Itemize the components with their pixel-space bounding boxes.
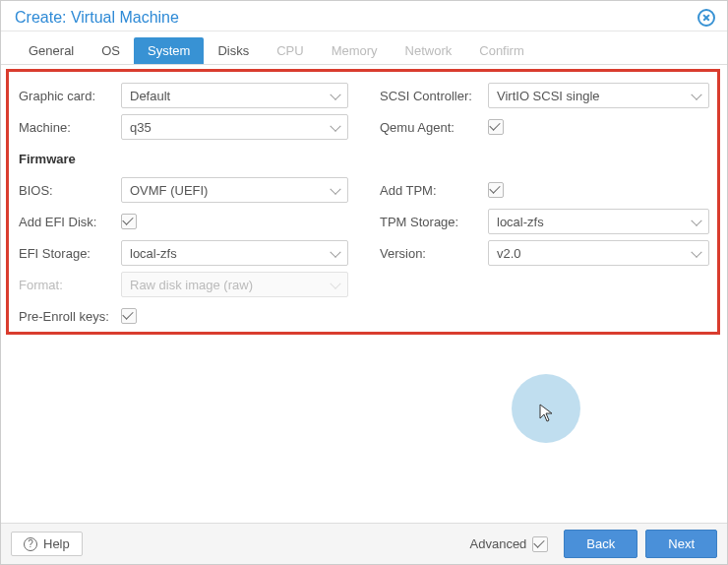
- label-qemu-agent: Qemu Agent:: [380, 120, 488, 135]
- chevron-down-icon: [691, 216, 701, 226]
- label-format: Format:: [19, 278, 121, 292]
- back-button[interactable]: Back: [564, 530, 637, 558]
- combo-machine[interactable]: q35: [121, 114, 348, 140]
- chevron-down-icon: [330, 90, 340, 100]
- left-column: Graphic card: Default Machine: q35 Firmw…: [19, 81, 348, 333]
- help-button[interactable]: ? Help: [11, 532, 83, 556]
- combo-value: OVMF (UEFI): [130, 183, 208, 198]
- chevron-down-icon: [691, 90, 701, 100]
- label-add-efi: Add EFI Disk:: [19, 215, 121, 229]
- chevron-down-icon: [330, 184, 340, 195]
- dialog-title: Create: Virtual Machine: [15, 9, 179, 27]
- combo-efi-storage[interactable]: local-zfs: [121, 240, 348, 266]
- tab-os[interactable]: OS: [88, 37, 134, 64]
- next-button[interactable]: Next: [645, 530, 717, 558]
- combo-format: Raw disk image (raw): [121, 272, 348, 297]
- advanced-label: Advanced: [470, 536, 527, 551]
- label-tpm-version: Version:: [380, 246, 488, 261]
- header-firmware: Firmware: [19, 152, 121, 166]
- label-efi-storage: EFI Storage:: [19, 246, 121, 261]
- checkbox-pre-enroll[interactable]: [121, 308, 137, 324]
- footer: ? Help Advanced Back Next: [1, 523, 727, 564]
- label-bios: BIOS:: [19, 183, 121, 198]
- combo-bios[interactable]: OVMF (UEFI): [121, 177, 348, 203]
- checkbox-add-efi[interactable]: [121, 214, 137, 229]
- combo-value: local-zfs: [130, 246, 177, 261]
- label-scsi: SCSI Controller:: [380, 89, 488, 103]
- tab-disks[interactable]: Disks: [204, 37, 263, 64]
- tab-system[interactable]: System: [134, 37, 204, 64]
- combo-scsi[interactable]: VirtIO SCSI single: [488, 83, 709, 108]
- cursor-icon: [539, 404, 553, 423]
- tab-memory: Memory: [318, 37, 392, 64]
- chevron-down-icon: [330, 121, 340, 132]
- tab-general[interactable]: General: [15, 37, 88, 64]
- combo-value: Raw disk image (raw): [130, 278, 253, 292]
- dialog-create-vm: Create: Virtual Machine General OS Syste…: [0, 0, 728, 565]
- checkbox-add-tpm[interactable]: [488, 182, 504, 198]
- combo-graphic-card[interactable]: Default: [121, 83, 348, 108]
- chevron-down-icon: [691, 247, 701, 258]
- checkbox-qemu-agent[interactable]: [488, 119, 504, 135]
- label-tpm-storage: TPM Storage:: [380, 215, 488, 229]
- chevron-down-icon: [330, 247, 340, 258]
- checkbox-advanced[interactable]: [532, 536, 548, 552]
- combo-tpm-storage[interactable]: local-zfs: [488, 209, 709, 234]
- help-icon: ?: [24, 537, 37, 551]
- combo-value: v2.0: [497, 246, 521, 261]
- label-graphic-card: Graphic card:: [19, 89, 121, 103]
- combo-value: Default: [130, 89, 170, 103]
- form-system: Graphic card: Default Machine: q35 Firmw…: [1, 65, 727, 523]
- label-add-tpm: Add TPM:: [380, 183, 488, 198]
- tab-confirm: Confirm: [465, 37, 538, 64]
- label-machine: Machine:: [19, 120, 121, 135]
- combo-tpm-version[interactable]: v2.0: [488, 240, 709, 266]
- chevron-down-icon: [330, 279, 340, 289]
- tab-bar: General OS System Disks CPU Memory Netwo…: [1, 31, 727, 65]
- help-label: Help: [43, 536, 70, 551]
- label-pre-enroll: Pre-Enroll keys:: [19, 309, 121, 324]
- title-bar: Create: Virtual Machine: [1, 1, 727, 31]
- right-column: SCSI Controller: VirtIO SCSI single Qemu…: [380, 81, 709, 333]
- combo-value: local-zfs: [497, 215, 544, 229]
- advanced-toggle[interactable]: Advanced: [470, 536, 549, 552]
- tab-cpu: CPU: [263, 37, 317, 64]
- tab-network: Network: [392, 37, 466, 64]
- combo-value: q35: [130, 120, 152, 135]
- combo-value: VirtIO SCSI single: [497, 89, 600, 103]
- close-icon[interactable]: [698, 9, 715, 27]
